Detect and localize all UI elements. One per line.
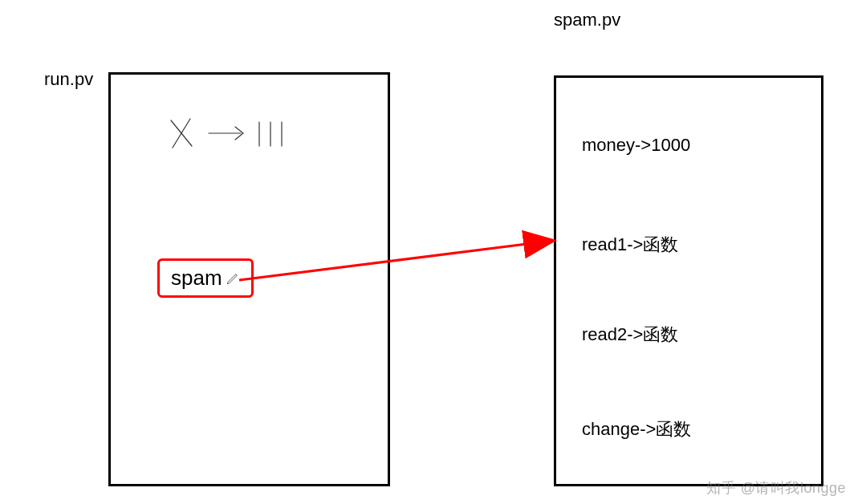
watermark: 知乎 @请叫我longge: [706, 478, 846, 498]
entry-read2: read2->函数: [582, 323, 678, 347]
left-file-title: run.pv: [44, 69, 93, 90]
entry-read1: read1->函数: [582, 233, 678, 257]
entry-change: change->函数: [582, 417, 691, 441]
right-file-title: spam.pv: [554, 10, 620, 30]
scribble-x-arrow-111: [165, 112, 309, 161]
pencil-icon: [226, 271, 240, 286]
spam-reference: spam: [157, 258, 254, 298]
entry-money: money->1000: [582, 135, 690, 156]
spam-label: spam: [171, 266, 222, 291]
